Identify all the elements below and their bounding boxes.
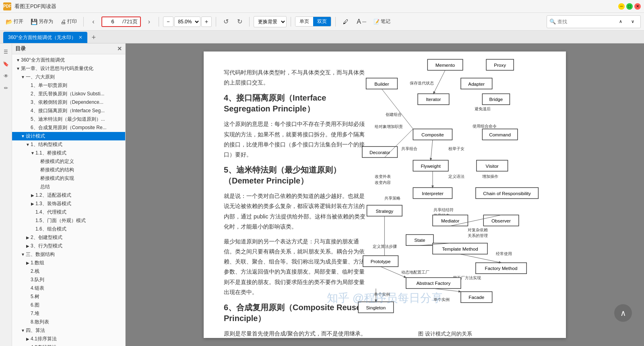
toc-item[interactable]: ▶4.2查找算法 bbox=[12, 343, 125, 346]
toc-item[interactable]: ▶3、行为型模式 bbox=[12, 242, 125, 250]
toc-item[interactable]: 4、接口隔离原则（Interface Seg... bbox=[12, 107, 125, 115]
sep2 bbox=[159, 17, 159, 27]
toc-item[interactable]: 7.堆 bbox=[12, 309, 125, 318]
folder-icon: 📂 bbox=[6, 19, 12, 25]
app-title: 看图王PDF阅读器 bbox=[14, 3, 615, 10]
tab-main[interactable]: 360°全方面性能调优（无水印） ✕ bbox=[3, 32, 87, 43]
note-button[interactable]: 📝 笔记 bbox=[371, 17, 393, 26]
toc-item[interactable]: 1.5、门面（外观）模式 bbox=[12, 216, 125, 225]
rotate-left-button[interactable]: ↺ bbox=[220, 16, 231, 27]
toc-item[interactable]: 3.队列 bbox=[12, 276, 125, 284]
toc-item[interactable]: ▶1.2、适配器模式 bbox=[12, 191, 125, 200]
toc-item[interactable]: 5、迪米特法则（最少知道原则）... bbox=[12, 115, 125, 124]
search-down-button[interactable]: ∨ bbox=[627, 16, 638, 27]
toc-item[interactable]: 2.栈 bbox=[12, 267, 125, 276]
maximize-button[interactable]: □ bbox=[626, 3, 633, 10]
toc-item[interactable]: ▼三、数据结构 bbox=[12, 250, 125, 259]
view-toggle: 单页 双页 bbox=[295, 16, 331, 27]
toc-item[interactable]: 4.链表 bbox=[12, 284, 125, 292]
toc-item[interactable]: 2、里氏替换原则（Liskov Substi... bbox=[12, 90, 125, 98]
toc-close-button[interactable]: ✕ bbox=[117, 45, 122, 52]
svg-text:Memento: Memento bbox=[436, 62, 455, 68]
highlight-button[interactable]: 🖊 bbox=[340, 17, 352, 26]
pdf-content[interactable]: Memento Proxy Adapter Builder Iterator B… bbox=[126, 43, 644, 346]
toc-item[interactable]: 3、依赖倒转原则（Dependence... bbox=[12, 98, 125, 107]
background-select[interactable]: 更换背景 bbox=[254, 16, 287, 27]
toc-item[interactable]: ▼四、算法 bbox=[12, 326, 125, 335]
svg-text:共享策略: 共享策略 bbox=[384, 196, 400, 200]
svg-text:保存迭代状态: 保存迭代状态 bbox=[410, 81, 434, 85]
toc-item[interactable]: ▼360°全方面性能调优 bbox=[12, 56, 125, 64]
toc-icon-button[interactable]: ☰ bbox=[1, 47, 11, 57]
search-input[interactable] bbox=[557, 19, 614, 25]
toc-item[interactable]: ▼1.1、桥接模式 bbox=[12, 149, 125, 157]
toc-item[interactable]: 1、单一职责原则 bbox=[12, 81, 125, 90]
toc-tree[interactable]: ▼360°全方面性能调优 ▼第一章、设计思想与代码质量优化 ▼一、六大原则 1、… bbox=[12, 54, 125, 346]
nav-prev-button[interactable]: ‹ bbox=[88, 16, 99, 27]
preview-icon-button[interactable]: 👁 bbox=[1, 71, 11, 81]
toc-item[interactable]: 6.图 bbox=[12, 301, 125, 309]
close-button[interactable]: ✕ bbox=[634, 3, 641, 10]
tab-add-button[interactable]: + bbox=[88, 32, 99, 43]
tab-close-icon[interactable]: ✕ bbox=[78, 35, 83, 40]
toc-item[interactable]: ▶2、创建型模式 bbox=[12, 233, 125, 242]
toc-item[interactable]: 5.树 bbox=[12, 292, 125, 301]
titlebar: PDF 看图王PDF阅读器 ─ □ ✕ bbox=[0, 0, 644, 13]
nav-next-button[interactable]: › bbox=[143, 16, 155, 27]
svg-text:共享结结符: 共享结结符 bbox=[433, 208, 454, 212]
zoom-select[interactable]: 85.0% 100% 125% 150% bbox=[174, 16, 200, 27]
svg-text:增加操作: 增加操作 bbox=[482, 174, 498, 179]
back-to-top-button[interactable]: ∧ bbox=[614, 304, 632, 322]
toc-item[interactable]: 1.6、组合模式 bbox=[12, 225, 125, 233]
underline-indicator: — bbox=[362, 19, 366, 24]
toc-item[interactable]: 桥接模式的实现 bbox=[12, 174, 125, 183]
bookmark-icon-button[interactable]: 🔖 bbox=[1, 59, 11, 69]
toc-item[interactable]: 总结 bbox=[12, 183, 125, 191]
toc-item-selected[interactable]: ▼设计模式 bbox=[12, 132, 125, 140]
toc-item[interactable]: 8.散列表 bbox=[12, 318, 125, 326]
toc-item[interactable]: 6、合成复用原则（Composite Re... bbox=[12, 124, 125, 132]
single-page-button[interactable]: 单页 bbox=[295, 17, 313, 26]
svg-text:改变外表: 改变外表 bbox=[375, 174, 391, 179]
svg-text:Facade: Facade bbox=[469, 295, 484, 300]
print-icon: 🖨 bbox=[60, 19, 66, 25]
svg-text:Factory Method: Factory Method bbox=[485, 266, 518, 271]
text-tool-button[interactable]: A — bbox=[354, 17, 369, 27]
sep4 bbox=[249, 17, 250, 27]
toc-item[interactable]: 桥接模式的结构 bbox=[12, 166, 125, 174]
search-up-button[interactable]: ∧ bbox=[615, 16, 626, 27]
rotate-right-button[interactable]: ↻ bbox=[234, 16, 245, 27]
zoom-out-button[interactable]: － bbox=[163, 16, 173, 27]
toc-item[interactable]: ▼一、六大原则 bbox=[12, 73, 125, 81]
svg-line-68 bbox=[433, 70, 445, 94]
toc-item[interactable]: ▶4.1排序算法 bbox=[12, 335, 125, 343]
minimize-button[interactable]: ─ bbox=[618, 3, 625, 10]
svg-text:Template Method: Template Method bbox=[442, 246, 478, 251]
page-number-input[interactable] bbox=[105, 19, 121, 25]
toc-item[interactable]: ▶1.3、装饰器模式 bbox=[12, 200, 125, 208]
svg-text:Flyweight: Flyweight bbox=[421, 163, 441, 169]
toc-item[interactable]: 1.4、代理模式 bbox=[12, 208, 125, 216]
toc-item[interactable]: ▼1、结构型模式 bbox=[12, 140, 125, 149]
note-icon: 📝 bbox=[374, 19, 380, 25]
annotation-icon-button[interactable]: ✏ bbox=[1, 83, 11, 93]
zoom-in-button[interactable]: ＋ bbox=[201, 16, 212, 27]
sep3 bbox=[216, 17, 216, 27]
svg-text:经常使用: 经常使用 bbox=[496, 251, 512, 256]
toc-item[interactable]: ▼第一章、设计思想与代码质量优化 bbox=[12, 64, 125, 73]
svg-line-72 bbox=[384, 129, 413, 158]
open-button[interactable]: 📂 打开 bbox=[3, 17, 26, 26]
print-button[interactable]: 🖨 打印 bbox=[58, 17, 79, 26]
toc-item[interactable]: ▶1.数组 bbox=[12, 259, 125, 267]
zoom-wrap: － 85.0% 100% 125% 150% ＋ bbox=[163, 16, 212, 27]
svg-text:Observer: Observer bbox=[491, 218, 511, 223]
svg-text:单个实例: 单个实例 bbox=[433, 297, 450, 302]
toc-item[interactable]: 桥接模式的定义 bbox=[12, 157, 125, 166]
svg-text:给对象增加职责: 给对象增加职责 bbox=[375, 124, 403, 129]
search-icon: 🔍 bbox=[549, 19, 556, 25]
svg-text:Composite: Composite bbox=[421, 132, 444, 137]
double-page-button[interactable]: 双页 bbox=[313, 17, 331, 26]
saveas-button[interactable]: 💾 另存为 bbox=[28, 17, 56, 26]
svg-text:改变内容: 改变内容 bbox=[375, 180, 391, 185]
svg-text:定义语法: 定义语法 bbox=[448, 174, 464, 179]
